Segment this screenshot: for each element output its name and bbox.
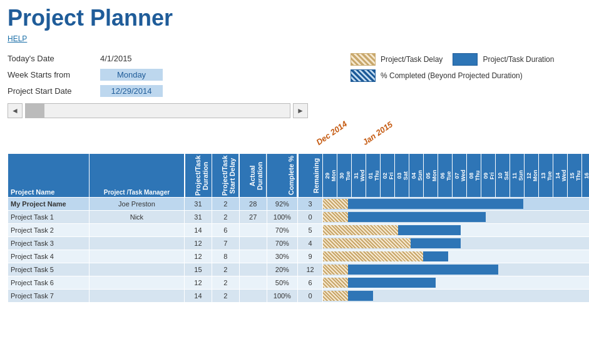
legend-section: Project/Task Delay Project/Task Duration… bbox=[351, 51, 554, 82]
col-duration: Project/Task Duration bbox=[185, 154, 212, 198]
legend-duration-label: Project/Task Duration bbox=[483, 55, 554, 64]
row-remaining: 0 bbox=[298, 290, 323, 303]
scroll-track[interactable] bbox=[25, 103, 290, 118]
gantt-bar-cell bbox=[323, 276, 590, 290]
row-duration: 31 bbox=[185, 198, 212, 211]
row-delay: 2 bbox=[212, 198, 239, 211]
week-starts-row: Week Starts from Monday bbox=[8, 67, 163, 82]
gantt-hatch-bar bbox=[323, 265, 348, 275]
row-actual bbox=[239, 276, 267, 290]
date-col-03sat: 03Sat bbox=[395, 154, 409, 198]
gantt-hatch-bar bbox=[323, 212, 348, 222]
date-col-15thu: 15Thu bbox=[568, 154, 582, 198]
today-row: Today's Date 4/1/2015 bbox=[8, 51, 163, 66]
row-actual: 28 bbox=[239, 198, 267, 211]
month-header-row: Dec 2014 Jan 2015 bbox=[8, 122, 590, 154]
gantt-blue-bar bbox=[348, 265, 498, 275]
row-delay: 2 bbox=[212, 211, 239, 224]
table-row: Project Task 7142100%0 bbox=[8, 290, 590, 303]
col-complete: Complete % bbox=[267, 154, 297, 198]
row-duration: 14 bbox=[185, 224, 212, 237]
row-actual bbox=[239, 224, 267, 237]
row-project-name: Project Task 5 bbox=[8, 263, 90, 276]
gantt-bar-cell bbox=[323, 211, 590, 224]
row-project-name: Project Task 2 bbox=[8, 224, 90, 237]
row-actual bbox=[239, 237, 267, 250]
gantt-bar-cell bbox=[323, 290, 590, 303]
date-col-16fri: 16Fri bbox=[582, 154, 590, 198]
table-row: My Project NameJoe Preston3122892%3 bbox=[8, 198, 590, 211]
gantt-blue-bar bbox=[348, 278, 436, 288]
row-project-name: Project Task 1 bbox=[8, 211, 90, 224]
row-manager bbox=[89, 263, 184, 276]
date-col-08thu: 08Thu bbox=[467, 154, 481, 198]
scroll-bar: ◄ ► bbox=[8, 103, 308, 118]
row-manager: Joe Preston bbox=[89, 198, 184, 211]
gantt-blue-bar bbox=[398, 225, 461, 235]
row-duration: 15 bbox=[185, 263, 212, 276]
legend-beyond-row: % Completed (Beyond Projected Duration) bbox=[351, 69, 554, 82]
date-col-04sun: 04Sun bbox=[409, 154, 424, 198]
col-remaining: Remaining bbox=[298, 154, 323, 198]
row-complete: 50% bbox=[267, 276, 297, 290]
legend-delay-row: Project/Task Delay Project/Task Duration bbox=[351, 53, 554, 66]
date-col-06tue: 06Tue bbox=[438, 154, 453, 198]
table-row: Project Task 312770%4 bbox=[8, 237, 590, 250]
gantt-empty bbox=[373, 291, 589, 301]
gantt-bar-cell bbox=[323, 250, 590, 263]
scroll-thumb[interactable] bbox=[26, 104, 44, 118]
row-complete: 70% bbox=[267, 237, 297, 250]
row-complete: 100% bbox=[267, 290, 297, 303]
gantt-blue-bar bbox=[348, 199, 523, 209]
row-manager: Nick bbox=[89, 211, 184, 224]
table-row: Project Task 515220%12 bbox=[8, 263, 590, 276]
row-delay: 2 bbox=[212, 276, 239, 290]
row-remaining: 12 bbox=[298, 263, 323, 276]
row-manager bbox=[89, 250, 184, 263]
col-delay: Project/Task Start Delay bbox=[212, 154, 239, 198]
gantt-empty bbox=[436, 278, 589, 288]
row-project-name: Project Task 7 bbox=[8, 290, 90, 303]
row-duration: 12 bbox=[185, 276, 212, 290]
date-col-12mon: 12Mon bbox=[525, 154, 539, 198]
date-col-01thu: 01Thu bbox=[366, 154, 381, 198]
week-starts-value[interactable]: Monday bbox=[100, 69, 163, 81]
table-row: Project Task 412830%9 bbox=[8, 250, 590, 263]
col-manager: Project /Task Manager bbox=[89, 154, 184, 198]
date-col-13tue: 13Tue bbox=[539, 154, 553, 198]
date-col-31wed: 31Wed bbox=[352, 154, 366, 198]
scroll-right-button[interactable]: ► bbox=[293, 103, 308, 118]
legend-duration-icon bbox=[453, 53, 478, 66]
date-col-02fri: 02Fri bbox=[381, 154, 395, 198]
row-duration: 12 bbox=[185, 237, 212, 250]
row-manager bbox=[89, 276, 184, 290]
today-value: 4/1/2015 bbox=[100, 54, 163, 63]
gantt-hatch-bar bbox=[323, 291, 348, 301]
date-col-30tue: 30Tue bbox=[337, 154, 352, 198]
row-delay: 7 bbox=[212, 237, 239, 250]
date-col-07wed: 07Wed bbox=[453, 154, 467, 198]
gantt-hatch-bar bbox=[323, 238, 411, 248]
col-project-name: Project Name bbox=[8, 154, 90, 198]
table-row: Project Task 612250%6 bbox=[8, 276, 590, 290]
help-link[interactable]: HELP bbox=[8, 34, 27, 43]
date-col-14wed: 14Wed bbox=[553, 154, 568, 198]
gantt-blue-bar bbox=[348, 212, 486, 222]
scroll-left-button[interactable]: ◄ bbox=[8, 103, 23, 118]
project-start-label: Project Start Date bbox=[8, 86, 95, 96]
row-duration: 14 bbox=[185, 290, 212, 303]
gantt-bar-cell bbox=[323, 198, 590, 211]
row-duration: 31 bbox=[185, 211, 212, 224]
row-delay: 6 bbox=[212, 224, 239, 237]
row-project-name: Project Task 3 bbox=[8, 237, 90, 250]
gantt-bar-cell bbox=[323, 237, 590, 250]
legend-delay-label: Project/Task Delay bbox=[381, 55, 443, 64]
row-project-name: My Project Name bbox=[8, 198, 90, 211]
row-remaining: 5 bbox=[298, 224, 323, 237]
info-section: Today's Date 4/1/2015 Week Starts from M… bbox=[8, 51, 163, 98]
row-delay: 8 bbox=[212, 250, 239, 263]
row-remaining: 6 bbox=[298, 276, 323, 290]
row-actual: 27 bbox=[239, 211, 267, 224]
project-start-row: Project Start Date 12/29/2014 bbox=[8, 83, 163, 98]
project-start-value[interactable]: 12/29/2014 bbox=[100, 85, 163, 97]
